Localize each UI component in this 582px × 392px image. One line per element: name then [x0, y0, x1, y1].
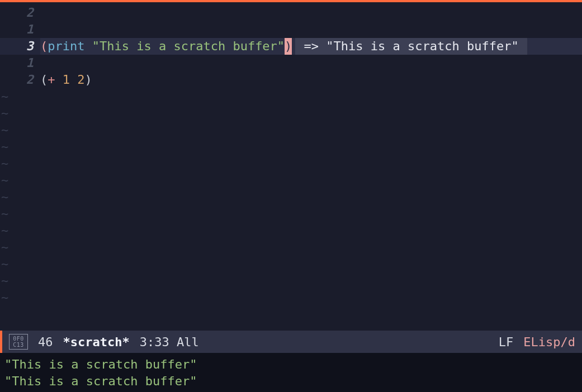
eol-indicator[interactable]: LF	[499, 335, 514, 349]
tilde-marker: ~	[0, 122, 582, 138]
tilde-marker: ~	[0, 172, 582, 189]
line-number: 1	[0, 55, 40, 71]
tilde-marker: ~	[0, 88, 582, 105]
echo-line: "This is a scratch buffer"	[4, 356, 578, 373]
code-line[interactable]: 1	[0, 55, 582, 71]
evil-state-icon: 0F0 C13	[9, 334, 28, 350]
buffer-name[interactable]: *scratch*	[63, 335, 130, 349]
function-name: print	[48, 38, 84, 55]
echo-area: "This is a scratch buffer" "This is a sc…	[0, 353, 582, 392]
eval-result-overlay: => "This is a scratch buffer"	[295, 38, 527, 55]
space	[70, 71, 77, 88]
code-line[interactable]: 2	[0, 4, 582, 21]
line-number: 1	[0, 21, 40, 38]
space	[55, 71, 63, 88]
tilde-marker: ~	[0, 155, 582, 172]
line-content[interactable]	[40, 21, 582, 38]
editor-window: 2 1 3 (print "This is a scratch buffer")…	[0, 0, 582, 392]
number-literal: 1	[63, 71, 70, 88]
overlay-arrow: =>	[296, 39, 326, 53]
operator: +	[48, 71, 55, 88]
open-paren: (	[40, 71, 48, 88]
code-line[interactable]: 1	[0, 21, 582, 38]
cursor-on-paren: )	[285, 38, 292, 55]
close-paren: )	[85, 71, 92, 88]
text-buffer[interactable]: 2 1 3 (print "This is a scratch buffer")…	[0, 2, 582, 331]
space	[84, 38, 92, 55]
number-literal: 2	[77, 71, 84, 88]
overlay-value: "This is a scratch buffer"	[326, 39, 518, 53]
code-line-current[interactable]: 3 (print "This is a scratch buffer") => …	[0, 38, 582, 55]
tilde-marker: ~	[0, 273, 582, 289]
line-content[interactable]	[40, 55, 582, 71]
column-indicator: 46	[38, 335, 53, 349]
line-content[interactable]: (+ 1 2)	[40, 71, 582, 88]
line-content[interactable]	[40, 4, 582, 21]
evil-bot: C13	[13, 342, 24, 348]
tilde-marker: ~	[0, 256, 582, 273]
line-number-current: 3	[0, 38, 40, 55]
major-mode-indicator[interactable]: ELisp/d	[523, 335, 575, 349]
tilde-marker: ~	[0, 289, 582, 306]
echo-line: "This is a scratch buffer"	[4, 373, 578, 390]
tilde-marker: ~	[0, 138, 582, 155]
position-indicator: 3:33 All	[140, 335, 199, 349]
tilde-marker: ~	[0, 222, 582, 239]
tilde-marker: ~	[0, 189, 582, 205]
modeline[interactable]: 0F0 C13 46 *scratch* 3:33 All LF ELisp/d	[0, 331, 582, 353]
tilde-marker: ~	[0, 205, 582, 222]
tilde-marker: ~	[0, 239, 582, 256]
tilde-marker: ~	[0, 105, 582, 122]
string-literal: "This is a scratch buffer"	[92, 38, 285, 55]
line-number: 2	[0, 71, 40, 88]
empty-lines: ~ ~ ~ ~ ~ ~ ~ ~ ~ ~ ~ ~ ~	[0, 88, 582, 331]
evil-top: 0F0	[13, 336, 24, 342]
code-line[interactable]: 2 (+ 1 2)	[0, 71, 582, 88]
line-number: 2	[0, 4, 40, 21]
open-paren: (	[40, 38, 48, 55]
line-content[interactable]: (print "This is a scratch buffer") => "T…	[40, 38, 582, 55]
